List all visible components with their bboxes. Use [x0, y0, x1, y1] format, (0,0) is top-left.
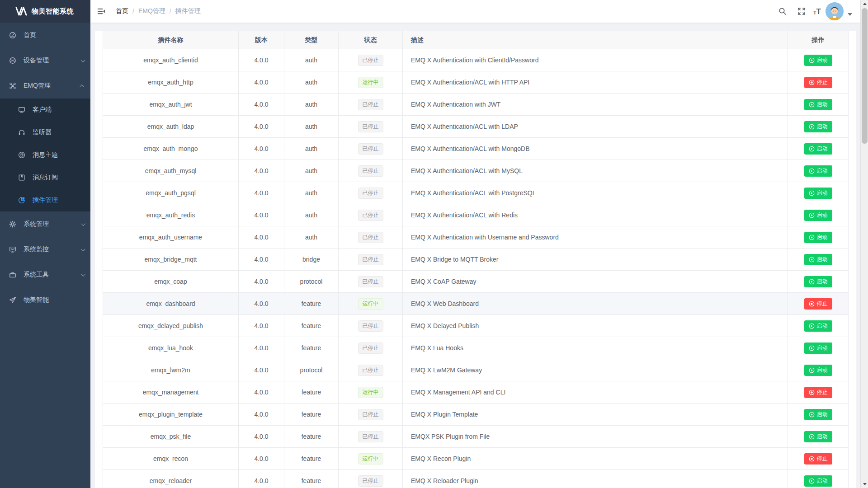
- toggle-plugin-button[interactable]: 启动: [804, 365, 832, 376]
- toggle-plugin-button[interactable]: 停止: [804, 387, 832, 398]
- toggle-plugin-button[interactable]: 启动: [804, 165, 832, 177]
- topic-at-icon: @: [18, 151, 25, 159]
- fullscreen-icon[interactable]: [794, 0, 809, 23]
- app-logo[interactable]: 物美智能系统: [0, 0, 90, 23]
- sidebar-item-plugins[interactable]: 插件管理: [0, 189, 90, 211]
- toggle-plugin-button[interactable]: 停止: [804, 453, 832, 465]
- toggle-plugin-button[interactable]: 启动: [804, 475, 832, 487]
- table-row: emqx_management 4.0.0 feature 运行中 EMQ X …: [103, 381, 849, 404]
- sidebar-fold-button[interactable]: [90, 0, 112, 23]
- toggle-plugin-button[interactable]: 启动: [804, 320, 832, 332]
- plugin-version: 4.0.0: [239, 182, 284, 204]
- plugin-type: feature: [284, 470, 339, 488]
- plugin-name: emqx_dashboard: [103, 293, 239, 315]
- toggle-plugin-button[interactable]: 启动: [804, 99, 832, 110]
- table-row: emqx_auth_redis 4.0.0 auth 已停止 EMQ X Aut…: [103, 204, 849, 226]
- toggle-plugin-button[interactable]: 启动: [804, 232, 832, 243]
- search-icon[interactable]: [775, 0, 790, 23]
- avatar[interactable]: [826, 2, 844, 20]
- toggle-button-label: 启动: [817, 102, 828, 107]
- plugin-table: 插件名称 版本 类型 状态 描述 操作 emqx_auth_clientid 4…: [103, 31, 849, 488]
- plugin-type: auth: [284, 138, 339, 160]
- toggle-plugin-button[interactable]: 停止: [804, 298, 832, 310]
- toggle-plugin-button[interactable]: 启动: [804, 143, 832, 155]
- breadcrumb-separator: /: [132, 8, 134, 15]
- sidebar-item-emq[interactable]: EMQ管理: [0, 73, 90, 99]
- sidebar-item-label: EMQ管理: [24, 82, 81, 90]
- dashboard-icon: [9, 32, 16, 39]
- play-circle-icon: [809, 257, 815, 263]
- table-body: emqx_auth_clientid 4.0.0 auth 已停止 EMQ X …: [103, 49, 849, 488]
- status-badge: 已停止: [358, 254, 383, 265]
- user-menu[interactable]: [826, 2, 852, 20]
- plugin-name: emqx_auth_mysql: [103, 160, 239, 182]
- toggle-plugin-button[interactable]: 启动: [804, 276, 832, 287]
- toggle-button-label: 启动: [817, 323, 828, 328]
- breadcrumb-emq[interactable]: EMQ管理: [138, 7, 165, 15]
- toggle-plugin-button[interactable]: 启动: [804, 254, 832, 265]
- svg-text:@: @: [19, 153, 24, 157]
- scroll-up-arrow[interactable]: [861, 0, 868, 8]
- table-row: emqx_dashboard 4.0.0 feature 运行中 EMQ X W…: [103, 293, 849, 315]
- toggle-plugin-button[interactable]: 启动: [804, 188, 832, 199]
- plugin-description: EMQ X Authentication/ACL with PostgreSQL: [403, 182, 788, 204]
- plugin-description: EMQ X Authentication/ACL with HTTP API: [403, 71, 788, 94]
- vertical-scrollbar[interactable]: [860, 0, 868, 488]
- table-row: emqx_auth_clientid 4.0.0 auth 已停止 EMQ X …: [103, 49, 849, 71]
- plugin-version: 4.0.0: [239, 293, 284, 315]
- toggle-plugin-button[interactable]: 启动: [804, 121, 832, 132]
- sidebar-item-wumei-ai[interactable]: 物美智能: [0, 287, 90, 313]
- sidebar-item-devices[interactable]: 设备管理: [0, 48, 90, 73]
- stop-circle-icon: [809, 456, 815, 462]
- status-badge: 已停止: [358, 475, 383, 487]
- table-row: emqx_reloader 4.0.0 feature 已停止 EMQ X Re…: [103, 470, 849, 488]
- toggle-button-label: 启动: [817, 124, 828, 129]
- plugin-version: 4.0.0: [239, 138, 284, 160]
- plugin-description: EMQ X Authentication/ACL with LDAP: [403, 116, 788, 138]
- stop-circle-icon: [809, 389, 815, 395]
- sidebar-item-label: 设备管理: [24, 56, 81, 65]
- sidebar-item-home[interactable]: 首页: [0, 23, 90, 48]
- toggle-plugin-button[interactable]: 启动: [804, 210, 832, 221]
- monitor-chart-icon: [9, 246, 16, 253]
- plugin-type: auth: [284, 182, 339, 204]
- toggle-button-label: 启动: [817, 57, 828, 63]
- scrollbar-thumb[interactable]: [862, 8, 868, 144]
- plugin-name: emqx_auth_ldap: [103, 116, 239, 138]
- toggle-plugin-button[interactable]: 启动: [804, 343, 832, 354]
- table-row: emqx_delayed_publish 4.0.0 feature 已停止 E…: [103, 315, 849, 337]
- toggle-plugin-button[interactable]: 启动: [804, 55, 832, 66]
- paper-plane-icon: [9, 296, 16, 304]
- plugin-version: 4.0.0: [239, 359, 284, 381]
- plugin-name: emqx_management: [103, 381, 239, 404]
- play-circle-icon: [809, 434, 815, 440]
- plugin-type: auth: [284, 204, 339, 226]
- toggle-button-label: 停止: [817, 456, 828, 461]
- sidebar-item-system-tools[interactable]: 系统工具: [0, 262, 90, 287]
- sidebar-item-listeners[interactable]: 监听器: [0, 121, 90, 144]
- table-row: emqx_coap 4.0.0 protocol 已停止 EMQ X CoAP …: [103, 271, 849, 293]
- status-badge: 已停止: [358, 320, 383, 332]
- plugin-type: protocol: [284, 271, 339, 293]
- font-size-icon[interactable]: TT: [813, 8, 821, 15]
- toggle-plugin-button[interactable]: 启动: [804, 409, 832, 420]
- plugin-description: EMQ X Authentication/ACL with Redis: [403, 204, 788, 226]
- sidebar-item-system-admin[interactable]: 系统管理: [0, 211, 90, 237]
- status-badge: 已停止: [358, 99, 383, 110]
- sidebar-item-subscriptions[interactable]: 消息订阅: [0, 166, 90, 189]
- sidebar-item-topics[interactable]: @ 消息主题: [0, 144, 90, 166]
- scroll-down-arrow[interactable]: [861, 480, 868, 488]
- plugin-description: EMQ X Delayed Publish: [403, 315, 788, 337]
- plugin-type: auth: [284, 116, 339, 138]
- toggle-plugin-button[interactable]: 停止: [804, 77, 832, 88]
- breadcrumb-home[interactable]: 首页: [116, 7, 128, 15]
- status-badge: 已停止: [358, 232, 383, 243]
- plugin-version: 4.0.0: [239, 71, 284, 94]
- toggle-plugin-button[interactable]: 启动: [804, 431, 832, 442]
- plugin-version: 4.0.0: [239, 337, 284, 359]
- sidebar-item-clients[interactable]: 客户端: [0, 99, 90, 121]
- plugin-type: feature: [284, 426, 339, 448]
- sidebar-item-system-monitor[interactable]: 系统监控: [0, 237, 90, 262]
- plugin-type: feature: [284, 315, 339, 337]
- sidebar-item-label: 系统管理: [24, 220, 81, 228]
